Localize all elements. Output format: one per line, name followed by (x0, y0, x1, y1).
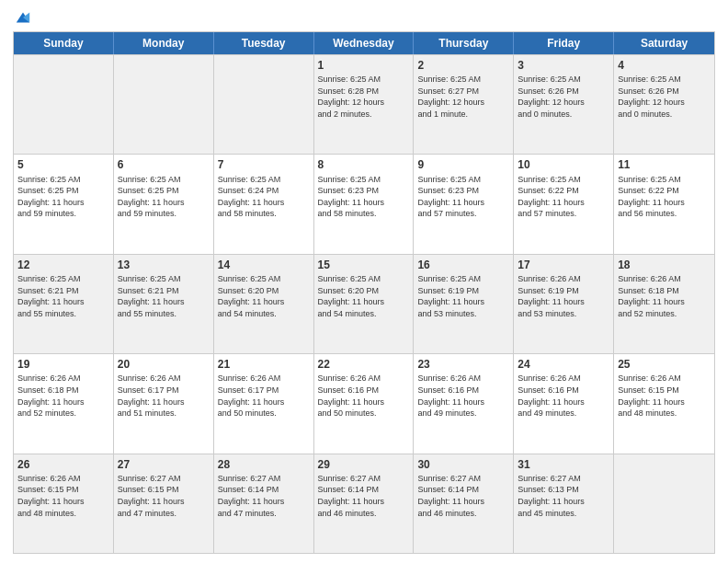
cal-cell: 27Sunrise: 6:27 AMSunset: 6:15 PMDayligh… (114, 454, 214, 553)
cell-info: Sunrise: 6:27 AMSunset: 6:14 PMDaylight:… (417, 473, 509, 519)
cell-info: Sunrise: 6:25 AMSunset: 6:22 PMDaylight:… (618, 174, 711, 220)
cal-cell: 19Sunrise: 6:26 AMSunset: 6:18 PMDayligh… (14, 354, 114, 453)
day-number: 5 (17, 157, 109, 172)
day-number: 16 (417, 258, 509, 272)
cal-row-4: 26Sunrise: 6:26 AMSunset: 6:15 PMDayligh… (14, 454, 714, 553)
cal-cell: 23Sunrise: 6:26 AMSunset: 6:16 PMDayligh… (414, 354, 514, 453)
cal-row-2: 12Sunrise: 6:25 AMSunset: 6:21 PMDayligh… (14, 254, 714, 353)
day-number: 29 (318, 457, 410, 472)
cal-header-saturday: Saturday (614, 32, 714, 54)
day-number: 2 (417, 58, 509, 73)
cal-row-3: 19Sunrise: 6:26 AMSunset: 6:18 PMDayligh… (14, 353, 714, 453)
cell-info: Sunrise: 6:25 AMSunset: 6:28 PMDaylight:… (318, 74, 410, 120)
cal-cell: 30Sunrise: 6:27 AMSunset: 6:14 PMDayligh… (414, 454, 514, 553)
cell-info: Sunrise: 6:27 AMSunset: 6:15 PMDaylight:… (118, 473, 210, 519)
cell-info: Sunrise: 6:25 AMSunset: 6:22 PMDaylight:… (518, 174, 609, 220)
cell-info: Sunrise: 6:25 AMSunset: 6:20 PMDaylight:… (218, 273, 310, 319)
cal-cell: 16Sunrise: 6:25 AMSunset: 6:19 PMDayligh… (414, 255, 514, 353)
cal-cell: 17Sunrise: 6:26 AMSunset: 6:19 PMDayligh… (514, 255, 614, 353)
cell-info: Sunrise: 6:26 AMSunset: 6:17 PMDaylight:… (118, 373, 210, 419)
cal-cell: 28Sunrise: 6:27 AMSunset: 6:14 PMDayligh… (214, 454, 314, 553)
cal-cell: 22Sunrise: 6:26 AMSunset: 6:16 PMDayligh… (314, 354, 415, 453)
cal-row-0: 1Sunrise: 6:25 AMSunset: 6:28 PMDaylight… (14, 54, 714, 154)
day-number: 20 (118, 357, 210, 372)
cal-cell: 10Sunrise: 6:25 AMSunset: 6:22 PMDayligh… (514, 155, 614, 253)
logo-icon (15, 9, 31, 26)
cal-cell: 24Sunrise: 6:26 AMSunset: 6:16 PMDayligh… (514, 354, 614, 453)
cal-cell: 15Sunrise: 6:25 AMSunset: 6:20 PMDayligh… (314, 255, 415, 353)
cal-cell (614, 454, 714, 553)
cal-cell: 21Sunrise: 6:26 AMSunset: 6:17 PMDayligh… (214, 354, 314, 453)
cell-info: Sunrise: 6:26 AMSunset: 6:18 PMDaylight:… (17, 373, 109, 419)
cell-info: Sunrise: 6:25 AMSunset: 6:26 PMDaylight:… (518, 74, 609, 120)
cal-cell: 14Sunrise: 6:25 AMSunset: 6:20 PMDayligh… (214, 255, 314, 353)
cell-info: Sunrise: 6:25 AMSunset: 6:23 PMDaylight:… (318, 174, 410, 220)
day-number: 22 (318, 357, 410, 372)
cell-info: Sunrise: 6:25 AMSunset: 6:27 PMDaylight:… (417, 74, 509, 120)
day-number: 3 (518, 58, 609, 73)
cell-info: Sunrise: 6:26 AMSunset: 6:16 PMDaylight:… (318, 373, 410, 419)
cell-info: Sunrise: 6:25 AMSunset: 6:25 PMDaylight:… (17, 174, 109, 220)
cell-info: Sunrise: 6:26 AMSunset: 6:19 PMDaylight:… (518, 273, 609, 319)
cal-cell: 29Sunrise: 6:27 AMSunset: 6:14 PMDayligh… (314, 454, 415, 553)
header (13, 9, 715, 26)
day-number: 28 (218, 457, 310, 472)
cal-cell: 11Sunrise: 6:25 AMSunset: 6:22 PMDayligh… (614, 155, 714, 253)
cal-cell: 31Sunrise: 6:27 AMSunset: 6:13 PMDayligh… (514, 454, 614, 553)
cell-info: Sunrise: 6:25 AMSunset: 6:21 PMDaylight:… (118, 273, 210, 319)
cal-row-1: 5Sunrise: 6:25 AMSunset: 6:25 PMDaylight… (14, 154, 714, 253)
cal-cell (114, 55, 214, 154)
calendar-header: SundayMondayTuesdayWednesdayThursdayFrid… (14, 32, 714, 54)
day-number: 10 (518, 157, 609, 172)
cell-info: Sunrise: 6:25 AMSunset: 6:25 PMDaylight:… (118, 174, 210, 220)
cal-cell: 25Sunrise: 6:26 AMSunset: 6:15 PMDayligh… (614, 354, 714, 453)
cal-header-tuesday: Tuesday (214, 32, 314, 54)
day-number: 8 (318, 157, 410, 172)
cal-cell: 7Sunrise: 6:25 AMSunset: 6:24 PMDaylight… (214, 155, 314, 253)
cell-info: Sunrise: 6:26 AMSunset: 6:17 PMDaylight:… (218, 373, 310, 419)
day-number: 23 (417, 357, 509, 372)
cell-info: Sunrise: 6:26 AMSunset: 6:16 PMDaylight:… (417, 373, 509, 419)
day-number: 12 (17, 258, 109, 272)
day-number: 25 (618, 357, 711, 372)
day-number: 6 (118, 157, 210, 172)
cell-info: Sunrise: 6:25 AMSunset: 6:20 PMDaylight:… (318, 273, 410, 319)
cal-cell: 2Sunrise: 6:25 AMSunset: 6:27 PMDaylight… (414, 55, 514, 154)
day-number: 14 (218, 258, 310, 272)
cal-cell: 12Sunrise: 6:25 AMSunset: 6:21 PMDayligh… (14, 255, 114, 353)
cell-info: Sunrise: 6:27 AMSunset: 6:14 PMDaylight:… (218, 473, 310, 519)
day-number: 17 (518, 258, 609, 272)
cell-info: Sunrise: 6:26 AMSunset: 6:15 PMDaylight:… (17, 473, 109, 519)
cal-cell: 8Sunrise: 6:25 AMSunset: 6:23 PMDaylight… (314, 155, 415, 253)
cell-info: Sunrise: 6:26 AMSunset: 6:16 PMDaylight:… (518, 373, 609, 419)
cal-cell: 26Sunrise: 6:26 AMSunset: 6:15 PMDayligh… (14, 454, 114, 553)
cal-header-thursday: Thursday (414, 32, 514, 54)
calendar-body: 1Sunrise: 6:25 AMSunset: 6:28 PMDaylight… (14, 54, 714, 553)
day-number: 31 (518, 457, 609, 472)
day-number: 24 (518, 357, 609, 372)
cell-info: Sunrise: 6:27 AMSunset: 6:13 PMDaylight:… (518, 473, 609, 519)
day-number: 26 (17, 457, 109, 472)
day-number: 1 (318, 58, 410, 73)
day-number: 27 (118, 457, 210, 472)
cal-cell: 4Sunrise: 6:25 AMSunset: 6:26 PMDaylight… (614, 55, 714, 154)
cal-cell: 20Sunrise: 6:26 AMSunset: 6:17 PMDayligh… (114, 354, 214, 453)
cal-cell: 1Sunrise: 6:25 AMSunset: 6:28 PMDaylight… (314, 55, 415, 154)
cell-info: Sunrise: 6:26 AMSunset: 6:15 PMDaylight:… (618, 373, 711, 419)
cal-header-sunday: Sunday (14, 32, 114, 54)
cell-info: Sunrise: 6:27 AMSunset: 6:14 PMDaylight:… (318, 473, 410, 519)
day-number: 9 (417, 157, 509, 172)
day-number: 15 (318, 258, 410, 272)
cell-info: Sunrise: 6:25 AMSunset: 6:24 PMDaylight:… (218, 174, 310, 220)
cal-cell: 18Sunrise: 6:26 AMSunset: 6:18 PMDayligh… (614, 255, 714, 353)
cal-cell: 13Sunrise: 6:25 AMSunset: 6:21 PMDayligh… (114, 255, 214, 353)
cal-cell (14, 55, 114, 154)
logo (13, 9, 31, 26)
cell-info: Sunrise: 6:26 AMSunset: 6:18 PMDaylight:… (618, 273, 711, 319)
cell-info: Sunrise: 6:25 AMSunset: 6:21 PMDaylight:… (17, 273, 109, 319)
cal-header-monday: Monday (114, 32, 214, 54)
day-number: 7 (218, 157, 310, 172)
day-number: 13 (118, 258, 210, 272)
page: SundayMondayTuesdayWednesdayThursdayFrid… (0, 0, 728, 563)
calendar: SundayMondayTuesdayWednesdayThursdayFrid… (13, 31, 715, 554)
